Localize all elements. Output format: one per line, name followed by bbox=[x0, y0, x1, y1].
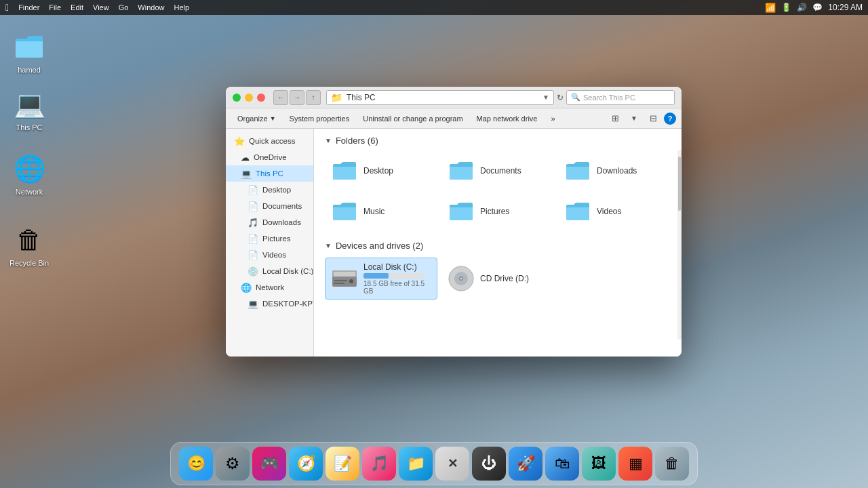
folder-item-pictures[interactable]: Pictures bbox=[441, 193, 554, 230]
view-menu[interactable]: View bbox=[93, 3, 109, 12]
sidebar-item-documents[interactable]: 📄 Documents bbox=[226, 198, 313, 214]
finder-menu[interactable]: Finder bbox=[18, 3, 39, 12]
dock-item-trash[interactable]: 🗑 bbox=[655, 447, 689, 481]
clock: 10:29 AM bbox=[828, 3, 863, 12]
dock-item-files[interactable]: 📁 bbox=[399, 447, 433, 481]
network-sidebar-icon: 🌐 bbox=[241, 283, 252, 293]
help-menu[interactable]: Help bbox=[174, 3, 189, 12]
up-button[interactable]: ↑ bbox=[306, 90, 321, 105]
sidebar-item-onedrive[interactable]: ☁ OneDrive bbox=[226, 149, 313, 165]
go-menu[interactable]: Go bbox=[119, 3, 129, 12]
dock-item-finder[interactable]: 😊 bbox=[179, 447, 213, 481]
dock-item-launchpad[interactable]: 🚀 bbox=[509, 447, 542, 481]
folder-item-videos[interactable]: Videos bbox=[558, 193, 671, 230]
organize-button[interactable]: Organize ▼ bbox=[231, 111, 282, 126]
recycle-label: Recycle Bin bbox=[9, 259, 49, 267]
address-folder-icon: 📁 bbox=[331, 92, 342, 103]
dock-item-preview[interactable]: 🖼 bbox=[582, 447, 616, 481]
forward-button[interactable]: → bbox=[290, 90, 304, 105]
drive-c-info: Local Disk (C:) 18.5 GB free of 31.5 GB bbox=[363, 262, 431, 295]
dock-item-settings[interactable]: ⚙ bbox=[216, 447, 250, 481]
dock-item-music[interactable]: 🎵 bbox=[362, 447, 396, 481]
address-bar[interactable]: 📁 This PC ▼ bbox=[326, 90, 554, 105]
apple-menu-icon[interactable]:  bbox=[5, 2, 9, 13]
sidebar-item-videos[interactable]: 📄 Videos bbox=[226, 247, 313, 263]
files-icon: 📁 bbox=[407, 455, 425, 472]
uninstall-button[interactable]: Uninstall or change a program bbox=[357, 111, 469, 126]
drive-item-c[interactable]: Local Disk (C:) 18.5 GB free of 31.5 GB bbox=[325, 258, 437, 300]
folder-item-desktop[interactable]: Desktop bbox=[325, 152, 437, 189]
organize-dropdown-icon: ▼ bbox=[270, 115, 276, 122]
drives-chevron: ▼ bbox=[325, 242, 332, 249]
documents-folder-name: Documents bbox=[480, 166, 521, 176]
drive-d-name: CD Drive (D:) bbox=[480, 274, 529, 283]
address-dropdown-icon[interactable]: ▼ bbox=[542, 94, 549, 101]
map-network-button[interactable]: Map network drive bbox=[471, 111, 544, 126]
sidebar-item-this-pc[interactable]: 💻 This PC bbox=[226, 165, 313, 182]
volume-icon: 🔊 bbox=[797, 3, 807, 12]
desktop-icon-folder[interactable]: hamed bbox=[5, 30, 53, 74]
sidebar-item-local-disk[interactable]: 💿 Local Disk (C:) bbox=[226, 263, 313, 279]
drives-section-header[interactable]: ▼ Devices and drives (2) bbox=[325, 241, 671, 251]
folder-item-downloads[interactable]: Downloads bbox=[558, 152, 671, 189]
back-button[interactable]: ← bbox=[273, 90, 288, 105]
quick-access-icon: ⭐ bbox=[234, 136, 245, 146]
finder-icon: 😊 bbox=[187, 455, 205, 472]
folders-section-header[interactable]: ▼ Folders (6) bbox=[325, 136, 671, 146]
window-menu[interactable]: Window bbox=[138, 3, 164, 12]
folders-section-title: Folders (6) bbox=[336, 136, 378, 146]
sidebar-item-pictures[interactable]: 📄 Pictures bbox=[226, 230, 313, 247]
folder-label: hamed bbox=[18, 66, 41, 74]
help-button[interactable]: ? bbox=[664, 113, 676, 125]
minimize-button[interactable] bbox=[245, 94, 253, 102]
view-dropdown[interactable]: ▼ bbox=[626, 111, 642, 126]
svg-rect-5 bbox=[334, 283, 344, 284]
videos-folder-name: Videos bbox=[597, 207, 621, 216]
folder-item-music[interactable]: Music bbox=[325, 193, 437, 230]
dock-item-power[interactable]: ⏻ bbox=[472, 447, 506, 481]
network-label: Network bbox=[16, 188, 43, 196]
sidebar-item-desktop-kpt[interactable]: 💻 DESKTOP-KPT6F... bbox=[226, 296, 313, 312]
dock-item-notes[interactable]: 📝 bbox=[326, 447, 359, 481]
menu-bar-left:  Finder File Edit View Go Window Help bbox=[5, 2, 189, 13]
wifi-icon: 📶 bbox=[765, 3, 776, 13]
close-button[interactable] bbox=[257, 94, 265, 102]
sidebar-item-quick-access[interactable]: ⭐ Quick access bbox=[226, 133, 313, 149]
mosaic-icon: ▦ bbox=[629, 455, 643, 472]
sidebar-item-downloads[interactable]: 🎵 Downloads bbox=[226, 214, 313, 230]
view-icon-grid[interactable]: ⊞ bbox=[607, 111, 623, 126]
desktop-icon-network[interactable]: 🌐 Network bbox=[5, 152, 53, 196]
notes-icon: 📝 bbox=[334, 455, 352, 472]
search-bar[interactable]: 🔍 Search This PC bbox=[566, 90, 675, 105]
svg-rect-4 bbox=[334, 280, 347, 281]
music-icon: 🎵 bbox=[370, 455, 389, 472]
dock-item-mosaic[interactable]: ▦ bbox=[618, 447, 652, 481]
launchpad-icon: 🚀 bbox=[517, 455, 535, 472]
battery-icon: 🔋 bbox=[781, 3, 791, 12]
desktop-icon-thispc[interactable]: 💻 This PC bbox=[5, 88, 53, 131]
more-button[interactable]: » bbox=[545, 111, 561, 126]
downloads-folder-name: Downloads bbox=[597, 166, 637, 176]
drive-c-bar-fill bbox=[363, 273, 389, 279]
sidebar-item-desktop[interactable]: 📄 Desktop bbox=[226, 182, 313, 198]
network-icon: 🌐 bbox=[13, 152, 45, 185]
file-menu[interactable]: File bbox=[49, 3, 61, 12]
folder-item-documents[interactable]: Documents bbox=[441, 152, 554, 189]
dock-item-gamecenter[interactable]: 🎮 bbox=[252, 447, 286, 481]
edit-menu[interactable]: Edit bbox=[71, 3, 83, 12]
pictures-folder-name: Pictures bbox=[480, 207, 509, 216]
system-properties-button[interactable]: System properties bbox=[283, 111, 356, 126]
dock-item-safari[interactable]: 🧭 bbox=[289, 447, 323, 481]
folders-chevron: ▼ bbox=[325, 137, 332, 144]
desktop-sidebar-icon: 📄 bbox=[248, 185, 258, 195]
refresh-button[interactable]: ↻ bbox=[557, 93, 564, 102]
drive-c-bar bbox=[363, 273, 425, 279]
desktop-icon-recycle[interactable]: 🗑 Recycle Bin bbox=[5, 224, 53, 267]
dock-item-appstore[interactable]: 🛍 bbox=[545, 447, 579, 481]
maximize-button[interactable] bbox=[233, 94, 241, 102]
local-disk-sidebar-icon: 💿 bbox=[248, 266, 258, 277]
view-pane-button[interactable]: ⊟ bbox=[645, 111, 661, 126]
sidebar-item-network[interactable]: 🌐 Network bbox=[226, 279, 313, 296]
drive-item-d[interactable]: CD Drive (D:) bbox=[441, 258, 554, 300]
dock-item-x[interactable]: ✕ bbox=[435, 447, 469, 481]
